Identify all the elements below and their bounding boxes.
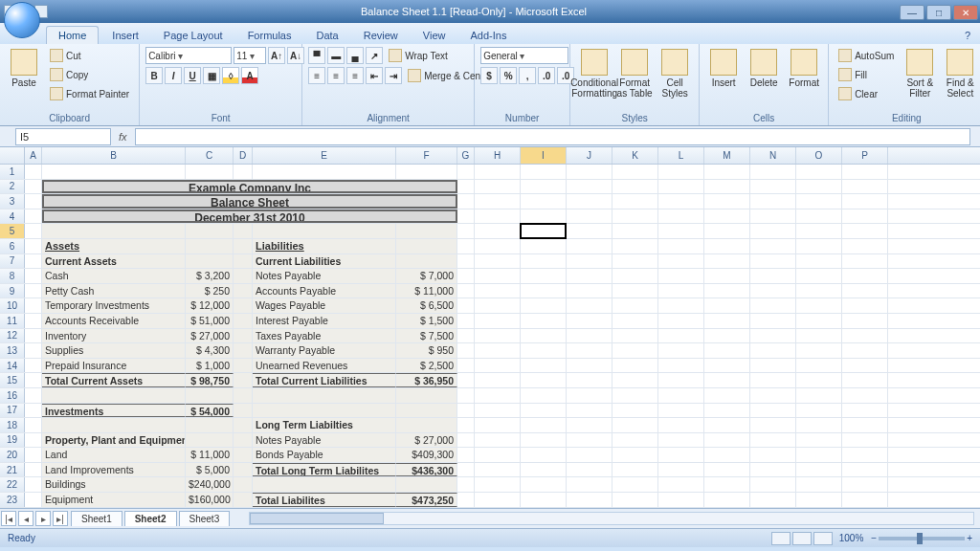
- cell-M13[interactable]: [704, 343, 750, 358]
- font-color-button[interactable]: A: [241, 67, 258, 84]
- cell-D17[interactable]: [234, 404, 253, 418]
- insert-cells-button[interactable]: Insert: [705, 47, 742, 104]
- cell-G21[interactable]: [457, 463, 475, 477]
- pagebreak-view-button[interactable]: [813, 532, 833, 545]
- cell-A7[interactable]: [25, 254, 42, 269]
- col-header-B[interactable]: B: [42, 147, 186, 164]
- indent-less[interactable]: ⇤: [366, 67, 383, 84]
- cell-O23[interactable]: [796, 493, 842, 507]
- cell-K9[interactable]: [612, 284, 658, 298]
- cell-E15[interactable]: Total Current Liabilities: [253, 373, 396, 387]
- col-header-P[interactable]: P: [842, 147, 888, 164]
- close-button[interactable]: ✕: [953, 5, 978, 20]
- cell-B3[interactable]: Balance Sheet: [42, 194, 457, 209]
- align-center[interactable]: ≡: [327, 67, 345, 84]
- cell-M1[interactable]: [704, 165, 750, 179]
- cell-G23[interactable]: [457, 493, 475, 507]
- orientation[interactable]: ↗: [366, 47, 383, 64]
- cell-E6[interactable]: Liabilities: [253, 239, 396, 253]
- cell-M21[interactable]: [704, 463, 750, 477]
- select-all-corner[interactable]: [0, 147, 25, 164]
- cell-A1[interactable]: [25, 165, 42, 179]
- cell-J11[interactable]: [567, 314, 612, 328]
- cell-G6[interactable]: [457, 239, 475, 253]
- cell-M17[interactable]: [704, 404, 750, 418]
- cell-B9[interactable]: Petty Cash: [42, 284, 186, 298]
- cell-L15[interactable]: [658, 373, 704, 387]
- row-header-21[interactable]: 21: [0, 463, 25, 477]
- cell-L6[interactable]: [658, 239, 704, 253]
- cell-N4[interactable]: [750, 209, 796, 224]
- row-header-5[interactable]: 5: [0, 224, 25, 238]
- autosum-button[interactable]: AutoSum: [835, 47, 898, 64]
- delete-cells-button[interactable]: Delete: [746, 47, 782, 104]
- cell-E8[interactable]: Notes Payable: [253, 269, 396, 283]
- cell-O13[interactable]: [796, 343, 842, 358]
- cell-I14[interactable]: [521, 359, 567, 373]
- align-left[interactable]: ≡: [308, 67, 325, 84]
- cell-F18[interactable]: [396, 418, 457, 432]
- cell-K14[interactable]: [612, 359, 658, 373]
- cell-M22[interactable]: [704, 477, 750, 492]
- cell-L12[interactable]: [658, 329, 704, 343]
- col-header-I[interactable]: I: [521, 147, 567, 164]
- grow-font-button[interactable]: A↑: [268, 47, 285, 64]
- cell-B19[interactable]: Property, Plant and Equipment: [42, 433, 186, 448]
- cell-L18[interactable]: [658, 418, 704, 432]
- cell-I9[interactable]: [521, 284, 567, 298]
- cell-J20[interactable]: [567, 448, 612, 462]
- cell-P3[interactable]: [842, 194, 888, 209]
- cell-B15[interactable]: Total Current Assets: [42, 373, 186, 387]
- cell-A6[interactable]: [25, 239, 42, 253]
- col-header-N[interactable]: N: [750, 147, 796, 164]
- cell-O8[interactable]: [796, 269, 842, 283]
- tab-formulas[interactable]: Formulas: [236, 27, 303, 44]
- cell-M5[interactable]: [704, 224, 750, 238]
- cell-N3[interactable]: [750, 194, 796, 209]
- cell-J7[interactable]: [567, 254, 612, 269]
- cell-G20[interactable]: [457, 448, 475, 462]
- col-header-O[interactable]: O: [796, 147, 842, 164]
- cell-D9[interactable]: [234, 284, 253, 298]
- cell-P11[interactable]: [842, 314, 888, 328]
- cell-M20[interactable]: [704, 448, 750, 462]
- cell-C12[interactable]: $ 27,000: [186, 329, 234, 343]
- cell-J10[interactable]: [567, 298, 612, 313]
- cell-L13[interactable]: [658, 343, 704, 358]
- cell-J19[interactable]: [567, 433, 612, 448]
- normal-view-button[interactable]: [771, 532, 791, 545]
- conditional-formatting-button[interactable]: Conditional Formatting: [576, 47, 612, 104]
- cell-F16[interactable]: [396, 388, 457, 403]
- cell-G4[interactable]: [457, 209, 475, 224]
- cell-P23[interactable]: [842, 493, 888, 507]
- row-header-3[interactable]: 3: [0, 194, 25, 209]
- cell-H20[interactable]: [475, 448, 521, 462]
- cell-L21[interactable]: [658, 463, 704, 477]
- cell-P6[interactable]: [842, 239, 888, 253]
- cell-N5[interactable]: [750, 224, 796, 238]
- help-icon[interactable]: ?: [953, 27, 980, 44]
- cell-F23[interactable]: $473,250: [396, 493, 457, 507]
- cell-N10[interactable]: [750, 298, 796, 313]
- row-header-14[interactable]: 14: [0, 359, 25, 373]
- cell-I13[interactable]: [521, 343, 567, 358]
- cell-B4[interactable]: December 31st 2010: [42, 209, 457, 224]
- cell-M6[interactable]: [704, 239, 750, 253]
- indent-more[interactable]: ⇥: [385, 67, 402, 84]
- cell-A18[interactable]: [25, 418, 42, 432]
- cell-G5[interactable]: [457, 224, 475, 238]
- cell-N12[interactable]: [750, 329, 796, 343]
- cell-J6[interactable]: [567, 239, 612, 253]
- cell-E1[interactable]: [253, 165, 396, 179]
- cell-H7[interactable]: [475, 254, 521, 269]
- cell-F22[interactable]: [396, 477, 457, 492]
- cell-C21[interactable]: $ 5,000: [186, 463, 234, 477]
- tab-page-layout[interactable]: Page Layout: [152, 27, 234, 44]
- bold-button[interactable]: B: [145, 67, 163, 84]
- font-size-combo[interactable]: 11▾: [234, 47, 266, 64]
- cell-M18[interactable]: [704, 418, 750, 432]
- cell-A3[interactable]: [25, 194, 42, 209]
- cell-D20[interactable]: [234, 448, 253, 462]
- cell-I4[interactable]: [521, 209, 567, 224]
- cell-I16[interactable]: [521, 388, 567, 403]
